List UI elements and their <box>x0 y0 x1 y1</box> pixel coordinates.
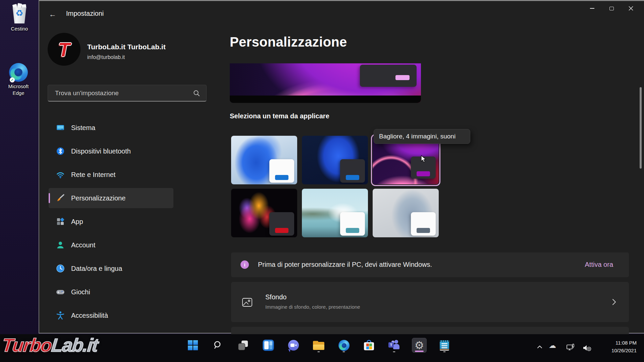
store-icon <box>364 340 374 351</box>
sidebar-item-label: Accessibilità <box>71 312 108 319</box>
sidebar-item-sistema[interactable]: Sistema <box>49 118 173 138</box>
start-icon <box>188 340 198 350</box>
settings-gear-icon: ⚙ <box>415 340 424 351</box>
desktop-icon-edge[interactable]: ✓ Microsoft Edge <box>2 63 35 97</box>
activation-text: Prima di poter personalizzare il PC, dev… <box>258 261 432 268</box>
page-title: Personalizzazione <box>230 35 347 50</box>
minimize-button[interactable] <box>582 1 602 16</box>
tray-date: 10/26/2021 <box>611 347 637 354</box>
desktop-icon-recycle-bin[interactable]: ♻ Cestino <box>3 3 36 32</box>
next-settings-row-partial[interactable] <box>231 327 629 335</box>
activate-now-link[interactable]: Attiva ora <box>585 261 613 268</box>
sidebar-item-label: Dispositivi bluetooth <box>71 147 131 155</box>
file-explorer-button[interactable] <box>311 338 326 353</box>
store-button[interactable] <box>362 338 376 353</box>
chevron-up-icon <box>537 345 542 349</box>
recycle-bin-icon: ♻ <box>9 3 30 24</box>
theme-card-1[interactable] <box>231 136 297 184</box>
theme-hero-preview <box>230 63 421 103</box>
tray-show-hidden-icons[interactable] <box>537 345 542 349</box>
recycle-bin-label: Cestino <box>3 25 36 32</box>
sidebar-item-label: App <box>71 218 83 226</box>
theme-accent-pill <box>417 171 430 176</box>
settings-search-box[interactable] <box>48 85 207 102</box>
settings-button-active[interactable]: ⚙ <box>412 338 427 353</box>
network-tray-icon[interactable] <box>566 343 575 352</box>
sidebar-item-dispositivi-bluetooth[interactable]: Dispositivi bluetooth <box>49 141 173 161</box>
watermark-turbo: Turbo <box>1 335 53 356</box>
task-view-button[interactable] <box>236 338 251 353</box>
widgets-button[interactable] <box>261 338 276 353</box>
sidebar-item-account[interactable]: Account <box>49 235 173 255</box>
start-button[interactable] <box>185 338 200 353</box>
sidebar-item-accessibilita[interactable]: Accessibilità <box>49 305 173 325</box>
theme-card-5[interactable] <box>302 189 368 237</box>
back-button[interactable]: ← <box>48 10 57 19</box>
sidebar-item-label: Giochi <box>71 288 90 296</box>
sidebar-item-giochi[interactable]: Giochi <box>49 282 173 302</box>
chat-icon <box>288 340 299 351</box>
hero-start-menu-preview <box>360 65 417 87</box>
sidebar-item-label: Sistema <box>71 124 95 132</box>
theme-mini-window <box>269 159 294 183</box>
turbolab-watermark: TurboLab.it <box>1 334 99 356</box>
edge-label: Microsoft Edge <box>4 83 33 97</box>
check-badge-icon: ✓ <box>10 77 15 82</box>
theme-card-2[interactable] <box>302 136 368 184</box>
chat-button[interactable] <box>286 338 301 353</box>
teams-icon: T <box>388 340 400 351</box>
teams-button[interactable]: T <box>387 338 401 353</box>
sidebar-item-app[interactable]: App <box>49 212 173 232</box>
hero-accent-pill <box>395 75 410 80</box>
sidebar-item-personalizzazione[interactable]: Personalizzazione <box>49 188 173 208</box>
sidebar-item-label: Rete e Internet <box>71 171 115 179</box>
avatar[interactable]: T <box>48 33 80 66</box>
taskbar: TurboLab.it T ⚙ <box>0 334 644 362</box>
volume-muted-icon[interactable] <box>582 344 592 352</box>
tray-clock[interactable]: 11:08 PM 10/26/2021 <box>611 339 637 355</box>
active-app-indicator <box>415 351 424 352</box>
running-indicator <box>443 351 446 352</box>
running-indicator <box>318 351 320 352</box>
sidebar-item-label: Data/ora e lingua <box>71 265 122 273</box>
settings-window: ← Impostazioni T TurboLab.it TurboLab.it… <box>39 0 644 334</box>
theme-card-6[interactable] <box>373 189 439 237</box>
onedrive-cloud-icon[interactable]: ☁ <box>549 341 556 350</box>
theme-mini-window <box>340 212 365 236</box>
chevron-right-icon <box>612 299 616 305</box>
sidebar-nav: Sistema Dispositivi bluetooth Rete e Int… <box>49 118 173 329</box>
widgets-icon <box>263 340 274 351</box>
search-input[interactable] <box>48 89 193 97</box>
system-icon <box>55 123 65 133</box>
theme-accent-pill <box>275 228 288 233</box>
gaming-icon <box>55 287 65 297</box>
tray-time: 11:08 PM <box>611 339 637 347</box>
screen: ♻ Cestino ✓ Microsoft Edge ← Impostazion… <box>0 0 644 362</box>
sidebar-item-rete-e-internet[interactable]: Rete e Internet <box>49 165 173 185</box>
info-icon: i <box>240 260 249 269</box>
search-icon <box>213 340 223 350</box>
window-title: Impostazioni <box>66 10 104 17</box>
scrollbar[interactable] <box>640 87 642 169</box>
edge-icon: ✓ <box>9 63 28 82</box>
theme-accent-pill <box>346 175 359 180</box>
theme-card-4[interactable] <box>231 189 297 237</box>
running-indicator <box>393 351 395 352</box>
sidebar-item-data-ora-e-lingua[interactable]: Data/ora e lingua <box>49 258 173 279</box>
theme-tooltip: Bagliore, 4 immagini, suoni <box>374 129 470 144</box>
edge-button[interactable] <box>336 338 351 353</box>
section-heading: Seleziona un tema da applicare <box>230 112 329 120</box>
user-name: TurboLab.it TurboLab.it <box>87 43 166 51</box>
accessibility-icon <box>55 310 65 320</box>
notepad-button[interactable] <box>437 338 452 353</box>
close-button[interactable] <box>621 1 641 16</box>
notepad-icon <box>440 340 449 351</box>
sidebar-item-label: Personalizzazione <box>71 194 125 202</box>
theme-accent-pill <box>275 175 288 180</box>
row-title: Sfondo <box>265 293 286 301</box>
maximize-button[interactable] <box>602 1 621 16</box>
bluetooth-icon <box>55 146 65 156</box>
time-language-icon <box>55 263 65 274</box>
background-settings-row[interactable]: Sfondo Immagine di sfondo, colore, prese… <box>231 282 629 322</box>
taskbar-search-button[interactable] <box>211 338 225 353</box>
